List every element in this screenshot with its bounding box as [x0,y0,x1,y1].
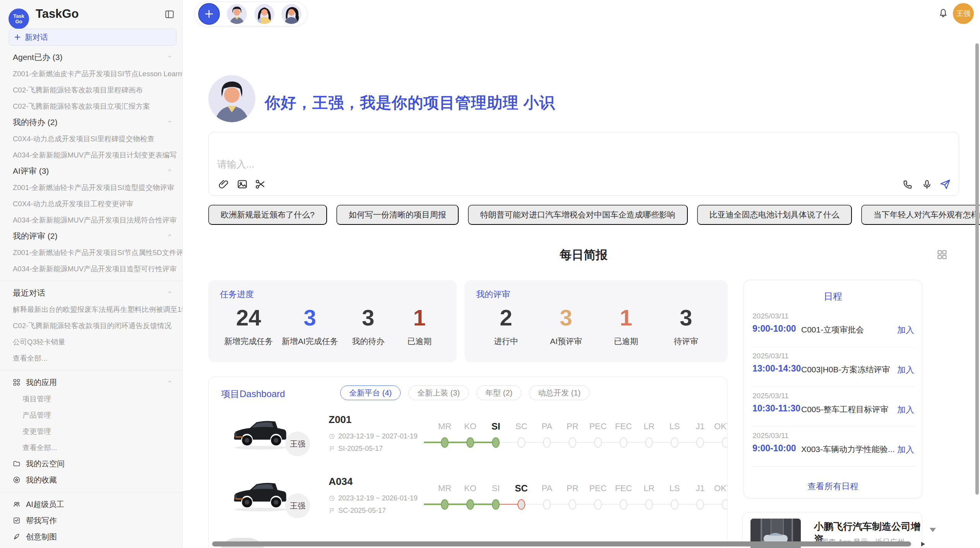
join-link[interactable]: 加入 [897,444,914,456]
member-avatar-2[interactable] [254,4,274,24]
dashboard-filter-chip[interactable]: 动总开发 (1) [529,385,589,400]
divider [0,492,183,492]
scroll-right-arrow-icon[interactable] [921,542,925,546]
attachment-icon[interactable] [218,178,230,190]
sidebar-task-item[interactable]: Z001-全新燃油皮卡产品开发项目SI节点Lesson Learn报告 [0,65,183,82]
send-icon[interactable] [939,178,951,190]
apps-grid-icon [13,378,21,386]
milestone-dot-pr [569,437,576,448]
sidebar-item-shortcut-0[interactable]: 我的云空间 [0,456,183,472]
sidebar-recent-view-all[interactable]: 查看全部... [0,350,183,366]
project-dates-label: 2023-12-19 ~ 2027-01-19 [338,432,418,440]
sidebar-task-item[interactable]: C02-飞腾新能源轻客改款项目里程碑画布 [0,82,183,98]
stat-label: 待评审 [665,336,708,347]
sidebar: Task Go TaskGo 新对话 Agent已办 (3)Z001-全新燃油皮… [0,0,183,548]
sidebar-task-item[interactable]: A034-全新新能源MUV产品开发项目法规符合性评审 [0,212,183,228]
scroll-down-arrow-icon[interactable] [930,528,936,532]
join-link[interactable]: 加入 [897,404,914,416]
sidebar-item-my-apps[interactable]: 我的应用 [0,374,183,390]
sidebar-item-tool-1[interactable]: 帮我写作 [0,512,183,529]
user-avatar[interactable]: 王强 [953,3,974,24]
horizontal-scrollbar-thumb[interactable] [212,541,911,546]
member-avatar-1[interactable] [227,4,247,24]
new-chat-button[interactable]: 新对话 [9,29,176,46]
join-link[interactable]: 加入 [897,364,914,376]
sidebar-task-item[interactable]: Z001-全新燃油轻卡产品开发项目SI造型提交物评审 [0,179,183,195]
sidebar-section-0[interactable]: Agent已办 (3) [0,49,183,65]
project-owner-badge: 王强 [285,493,310,518]
add-agent-button[interactable] [198,3,220,25]
sidebar-task-item[interactable]: C0X4-动力总成开发项目SI里程碑提交物检查 [0,130,183,147]
voice-call-icon[interactable] [902,179,913,190]
suggestion-chip[interactable]: 当下年轻人对汽车外观有怎样的喜好趋势 [861,205,980,225]
milestone-dot-oktb [722,499,728,510]
sidebar-apps-view-all[interactable]: 查看全部... [0,439,183,456]
dashboard-filter-chip[interactable]: 全新上装 (3) [408,385,469,400]
sidebar-item-tool-0[interactable]: AI超级员工 [0,496,183,512]
tool-label: 创意制图 [26,532,57,542]
sidebar-section-3[interactable]: 我的评审 (2) [0,228,183,244]
sidebar-section-recent-label: 最近对话 [13,288,45,298]
milestone-label: OKTB [710,421,728,432]
sidebar-recent-item[interactable]: 解释最新出台的欧盟报废车法规再生塑料比例被调至15%... [0,301,183,317]
sidebar-task-item[interactable]: C0X4-动力总成开发项目工程变更评审 [0,195,183,212]
sidebar-task-item[interactable]: C02-飞腾新能源轻客改款项目立项汇报方案 [0,98,183,114]
flag-icon [329,445,335,452]
milestone-dot-pa [543,499,551,510]
sidebar-app-item[interactable]: 产品管理 [0,407,183,423]
project-flag-milestone: SC-2025-05-17 [329,507,386,515]
image-upload-icon[interactable] [236,178,248,190]
suggestion-chip[interactable]: 比亚迪全固态电池计划具体说了什么 [697,205,852,225]
sidebar-section-2[interactable]: AI评审 (3) [0,163,183,179]
sidebar-recent-item[interactable]: C02-飞腾新能源轻客改款项目的闭环通告反馈情况 [0,317,183,334]
suggestion-chip[interactable]: 特朗普可能对进口汽车增税会对中国车企造成哪些影响 [468,205,688,225]
briefing-layout-icon[interactable] [937,249,947,260]
chevron-up-icon [167,233,173,237]
sidebar-task-item[interactable]: A034-全新新能源MUV产品开发项目计划变更表编写 [0,147,183,163]
user-avatar-label: 王强 [956,9,970,18]
schedule-list: 2025/03/119:00-10:00C001-立项审批会加入2025/03/… [744,307,922,467]
writing-icon [13,517,21,524]
sidebar-section-recent[interactable]: 最近对话 [0,285,183,301]
milestone-dot-fec [620,437,627,448]
notification-bell-icon[interactable] [938,8,948,19]
schedule-date: 2025/03/11 [752,312,789,320]
suggestion-chip[interactable]: 如何写一份清晰的项目周报 [336,205,459,225]
dashboard-filter-chip[interactable]: 全新平台 (4) [340,385,401,400]
stat-value: 3 [545,303,588,333]
sidebar-recent-item[interactable]: 公司Q3轻卡销量 [0,334,183,350]
sidebar-nav: Agent已办 (3)Z001-全新燃油皮卡产品开发项目SI节点Lesson L… [0,49,183,545]
vertical-scrollbar-thumb[interactable] [975,43,979,495]
schedule-name: C003|H0B-方案冻结评审 [801,364,890,375]
sidebar-section-3-label: 我的评审 (2) [13,231,58,241]
chat-input[interactable]: 请输入... [208,132,959,196]
pen-icon [13,533,21,541]
dashboard-filter-chip[interactable]: 年型 (2) [476,385,521,400]
sidebar-task-item[interactable]: A034-全新新能源MUV产品开发项目造型可行性评审 [0,260,183,277]
member-avatar-3[interactable] [281,4,302,24]
stat-columns: 2进行中3AI预评审1已逾期3待评审 [476,303,716,347]
sidebar-section-1[interactable]: 我的待办 (2) [0,114,183,130]
stat-label: 已逾期 [605,336,648,347]
flag-icon [329,507,335,514]
sidebar-item-shortcut-1[interactable]: 我的收藏 [0,472,183,488]
sidebar-collapse-icon[interactable] [164,9,175,19]
suggestion-chip[interactable]: 欧洲新规最近颁布了什么? [208,205,327,225]
assistant-avatar [208,75,255,122]
milestone-dot-mr [441,499,449,510]
sidebar-app-item[interactable]: 项目管理 [0,390,183,407]
milestone-dot-ko [466,437,474,448]
screenshot-icon[interactable] [254,178,266,190]
schedule-title: 日程 [744,290,922,303]
microphone-icon[interactable] [922,179,932,190]
sidebar-app-item[interactable]: 变更管理 [0,423,183,439]
project-dates-label: 2023-12-19 ~ 2026-01-19 [338,494,418,502]
join-link[interactable]: 加入 [897,324,914,336]
app-root: Task Go TaskGo 新对话 Agent已办 (3)Z001-全新燃油皮… [0,0,980,548]
chevron-up-icon [167,55,173,58]
view-all-schedule-link[interactable]: 查看所有日程 [744,481,922,492]
sidebar-item-tool-2[interactable]: 创意制图 [0,529,183,545]
sidebar-task-item[interactable]: Z001-全新燃油轻卡产品开发项目SI节点属性5D文件评审 [0,244,183,260]
stat-label: 进行中 [485,336,528,347]
stat-column: 3AI预评审 [545,303,588,347]
